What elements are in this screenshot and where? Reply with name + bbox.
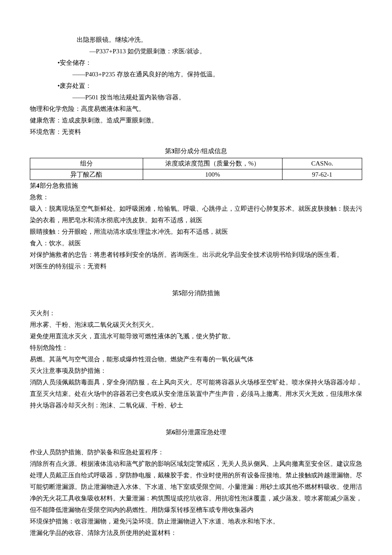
fire-protection-text: 消防人员须佩戴防毒面具，穿全身消防服，在上风向灭火。尽可能将容器从火场移至空旷处…: [30, 377, 362, 411]
section-6-title: 第6部分泄露应急处理: [30, 427, 362, 438]
fire-protection-label: 灭火注意事项及防护措施：: [30, 365, 362, 377]
table-row: 异丁酸乙酯 100% 97-62-1: [30, 169, 362, 180]
section-5-title: 第5部分消防措施: [30, 288, 362, 299]
spill-environment: 环境保护措施：收容泄漏物，避免污染环境。防止泄漏物进入下水道、地表水和地下水。: [30, 516, 362, 527]
firstaid-label: 急救：: [30, 192, 362, 203]
table-cell-component: 异丁酸乙酯: [30, 169, 143, 180]
firstaid-eye: 眼睛接触：分开眼睑，用流动清水或生理盐水冲洗。如有不适感，就医: [30, 226, 362, 238]
hazard-physical: 物理和化学危险：高度易燃液体和蒸气。: [30, 103, 362, 115]
precaution-line: 出隐形眼镜。继续冲洗。: [77, 34, 362, 46]
spill-personnel-label: 作业人员防护措施、防护装备和应急处置程序：: [30, 447, 362, 458]
section-4-title: 第4部分急救措施: [30, 180, 362, 192]
firstaid-inhalation: 吸入：脱离现场至空气新鲜处。如呼吸困难，给输氧。呼吸、心跳停止，立即进行心肺复苏…: [30, 203, 362, 226]
firstaid-rescuer: 对保护施救者的忠告：将患者转移到安全的场所。咨询医生。出示此化学品安全技术说明书…: [30, 249, 362, 261]
section-3-title: 第3部分成分/组成信息: [30, 145, 362, 157]
fire-extinguisher-text: 用水雾、干粉、泡沫或二氧化碳灭火剂灭火。: [30, 319, 362, 331]
disposal-line: ——P501 按当地法规处置内装物/容器。: [72, 92, 362, 103]
table-cell-concentration: 100%: [143, 169, 282, 180]
spill-containment: 泄漏化学品的收容、清除方法及所使用的处置材料：: [30, 527, 362, 539]
fire-extinguisher-label: 灭火剂：: [30, 308, 362, 319]
hazard-env: 环境危害：无资料: [30, 126, 362, 138]
table-header-concentration: 浓度或浓度范围（质量分数，%）: [143, 158, 282, 169]
hazard-health: 健康危害：造成皮肤刺激。造成严重眼刺激。: [30, 115, 362, 126]
table-header-component: 组分: [30, 158, 143, 169]
spill-personnel-text: 消除所有点火源。根据液体流动和蒸气扩散的影响区域划定警戒区，无关人员从侧风、上风…: [30, 458, 362, 516]
disposal-label: •废弃处置：: [58, 80, 362, 92]
table-header-row: 组分 浓度或浓度范围（质量分数，%） CASNo.: [30, 158, 362, 169]
fire-hazard-text: 易燃。其蒸气与空气混合，能形成爆炸性混合物。燃烧产生有毒的一氧化碳气体: [30, 354, 362, 365]
storage-line: ——P403+P235 存放在通风良好的地方。保持低温。: [72, 69, 362, 80]
firstaid-doctor: 对医生的特别提示：无资料: [30, 261, 362, 272]
fire-avoid: 避免使用直流水灭火，直流水可能导致可燃性液体的飞溅，使火势扩散。: [30, 331, 362, 342]
table-cell-cas: 97-62-1: [282, 169, 362, 180]
firstaid-ingestion: 食入：饮水。就医: [30, 238, 362, 249]
precaution-p337: —P337+P313 如仍觉眼刺激：求医/就诊。: [89, 46, 362, 57]
table-header-cas: CASNo.: [282, 158, 362, 169]
fire-hazard-label: 特别危险性：: [30, 342, 362, 354]
storage-label: •安全储存：: [58, 57, 362, 69]
composition-table: 组分 浓度或浓度范围（质量分数，%） CASNo. 异丁酸乙酯 100% 97-…: [30, 158, 362, 180]
